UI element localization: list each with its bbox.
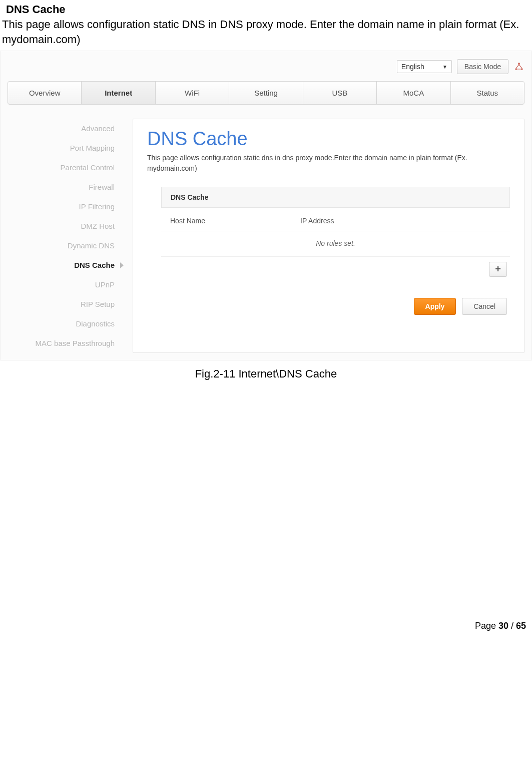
figure-caption: Fig.2-11 Internet\DNS Cache — [0, 367, 532, 380]
sidebar-item-upnp[interactable]: UPnP — [8, 275, 124, 294]
page-sep: / — [508, 621, 516, 631]
page-current: 30 — [498, 621, 508, 631]
page-title: DNS Cache — [147, 128, 510, 150]
sidebar-item-firewall[interactable]: Firewall — [8, 177, 124, 197]
column-host-name: Host Name — [170, 217, 300, 225]
table-header: Host Name IP Address — [161, 208, 510, 231]
column-ip-address: IP Address — [300, 217, 501, 225]
apply-button[interactable]: Apply — [414, 298, 456, 315]
content-pane: DNS Cache This page allows configuration… — [133, 119, 524, 353]
tab-usb[interactable]: USB — [303, 82, 377, 104]
tab-moca[interactable]: MoCA — [377, 82, 450, 104]
empty-state-text: No rules set. — [161, 231, 510, 257]
doc-intro-text: This page allows configuration static DN… — [0, 17, 532, 51]
top-bar: English Basic Mode — [8, 56, 524, 81]
sidebar-item-dynamic-dns[interactable]: Dynamic DNS — [8, 236, 124, 255]
tab-internet[interactable]: Internet — [82, 82, 155, 104]
doc-section-heading: DNS Cache — [0, 0, 532, 17]
language-value: English — [401, 63, 424, 71]
svg-point-1 — [515, 69, 517, 71]
svg-point-0 — [518, 63, 520, 65]
screenshot-container: English Basic Mode Overview Internet WiF… — [0, 51, 532, 360]
page-footer: Page 30 / 65 — [0, 380, 532, 641]
sidebar: Advanced Port Mapping Parental Control F… — [8, 119, 133, 353]
nav-tabs: Overview Internet WiFi Setting USB MoCA … — [8, 81, 524, 105]
section-header: DNS Cache — [161, 187, 510, 208]
sidebar-item-diagnostics[interactable]: Diagnostics — [8, 314, 124, 333]
tab-setting[interactable]: Setting — [229, 82, 303, 104]
sidebar-item-dmz-host[interactable]: DMZ Host — [8, 216, 124, 236]
sidebar-item-ip-filtering[interactable]: IP Filtering — [8, 197, 124, 216]
sidebar-item-rip-setup[interactable]: RIP Setup — [8, 294, 124, 314]
sidebar-item-advanced[interactable]: Advanced — [8, 119, 124, 138]
cancel-button[interactable]: Cancel — [462, 298, 507, 315]
tab-overview[interactable]: Overview — [8, 82, 82, 104]
sidebar-item-mac-passthrough[interactable]: MAC base Passthrough — [8, 333, 124, 353]
tab-wifi[interactable]: WiFi — [156, 82, 229, 104]
page-label-prefix: Page — [475, 621, 498, 631]
network-nodes-icon[interactable] — [513, 61, 524, 72]
sidebar-item-dns-cache[interactable]: DNS Cache — [8, 255, 124, 275]
basic-mode-button[interactable]: Basic Mode — [457, 59, 508, 74]
tab-status[interactable]: Status — [451, 82, 524, 104]
svg-point-2 — [521, 69, 523, 71]
sidebar-item-port-mapping[interactable]: Port Mapping — [8, 138, 124, 158]
add-rule-button[interactable]: + — [489, 262, 507, 277]
page-description: This page allows configuration static dn… — [147, 153, 487, 174]
page-total: 65 — [516, 621, 526, 631]
sidebar-item-parental-control[interactable]: Parental Control — [8, 158, 124, 177]
language-select[interactable]: English — [397, 60, 452, 73]
